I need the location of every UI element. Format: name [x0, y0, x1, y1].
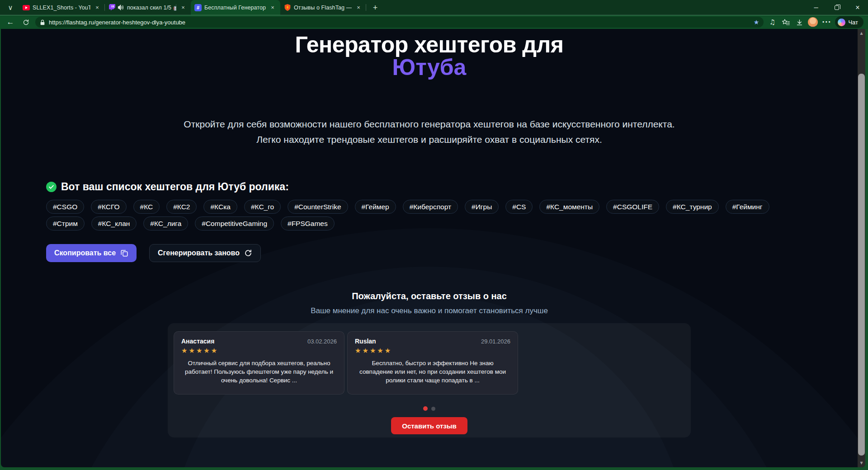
hashtag-chip[interactable]: #Игры	[465, 200, 499, 214]
tab-title: Отзывы о FlashTag — рейтинг | S	[294, 5, 352, 11]
profile-avatar[interactable]	[808, 17, 818, 27]
back-button[interactable]: ←	[5, 17, 16, 28]
media-controls-icon[interactable]: ♫	[767, 17, 777, 27]
tab-audio-icon[interactable]	[118, 5, 124, 10]
results-heading-text: Вот ваш список хештегов для Ютуб ролика:	[61, 181, 289, 193]
webpage: Генератор хештегов для Ютуба Откройте дл…	[1, 29, 858, 467]
review-text: Бесплатно, быстро и эффективно Не знаю с…	[355, 359, 510, 385]
new-tab-button[interactable]: +	[369, 2, 382, 14]
actions-row: Скопировать все Сгенерировать заново	[46, 244, 812, 262]
tab-close-button[interactable]: ×	[269, 4, 277, 12]
scrollbar-thumb[interactable]	[858, 74, 865, 456]
hashtag-chip[interactable]: #КСка	[203, 200, 237, 214]
copy-all-button[interactable]: Скопировать все	[46, 244, 137, 262]
scroll-down-arrow[interactable]: ▼	[858, 459, 865, 467]
review-text: Отличный сервис для подбора хештегов, ре…	[181, 359, 337, 385]
tab-title: Бесплатный Генератор Хештегов	[204, 5, 266, 11]
downloads-icon[interactable]	[794, 17, 804, 27]
hashtag-chip[interactable]: #КС_моменты	[539, 200, 599, 214]
tab-twitch[interactable]: показал скил 1/5 🤖😍 - Twi ×	[105, 0, 191, 15]
browser-viewport: Генератор хештегов для Ютуба Откройте дл…	[1, 29, 865, 467]
review-cards: Анастасия 03.02.2026 ★★★★★ Отличный серв…	[174, 331, 685, 395]
reviewer-name: Анастасия	[181, 338, 214, 345]
close-window-button[interactable]: ×	[847, 0, 868, 15]
favorite-star-icon[interactable]: ★	[754, 19, 760, 26]
tab-title: показал скил 1/5 🤖😍 - Twi	[127, 4, 176, 11]
hashtag-chip[interactable]: #КС	[133, 200, 160, 214]
hashtag-chip[interactable]: #FPSGames	[281, 216, 335, 230]
youtube-favicon-icon	[23, 4, 30, 11]
copy-all-label: Скопировать все	[54, 249, 116, 257]
address-bar[interactable]: https://flashtag.ru/generator-heshtegov-…	[35, 17, 764, 28]
tab-close-button[interactable]: ×	[179, 4, 187, 12]
regenerate-button[interactable]: Сгенерировать заново	[149, 244, 261, 262]
tab-search-button[interactable]: ∨	[4, 2, 17, 14]
regenerate-label: Сгенерировать заново	[158, 249, 240, 257]
shield-favicon-icon	[284, 4, 291, 11]
star-rating: ★★★★★	[355, 347, 510, 355]
page-scrollbar[interactable]: ▲ ▼	[858, 29, 865, 467]
tab-strip: ∨ SLLEX1_Shorts - YouTube × показал скил…	[0, 0, 868, 15]
tab-flashtag-reviews[interactable]: Отзывы о FlashTag — рейтинг | S ×	[280, 0, 366, 15]
reviews-heading: Пожалуйста, оставьте отзыв о нас	[1, 291, 858, 301]
hashtag-chip[interactable]: #Стрим	[46, 216, 85, 230]
reviews-subheading: Ваше мнение для нас очень важно и помога…	[262, 305, 597, 316]
copilot-chat-button[interactable]: Чат	[835, 16, 863, 28]
review-card-header: Анастасия 03.02.2026	[181, 338, 337, 345]
restore-button[interactable]	[826, 0, 847, 15]
cta-row: Оставить отзыв	[174, 417, 685, 434]
tab-title: SLLEX1_Shorts - YouTube	[33, 5, 90, 11]
carousel-dot[interactable]	[431, 407, 435, 411]
review-date: 03.02.2026	[307, 338, 337, 345]
copilot-icon	[838, 19, 845, 26]
star-rating: ★★★★★	[181, 347, 337, 355]
page-title-line1: Генератор хештегов для	[1, 33, 858, 56]
collections-icon[interactable]	[781, 17, 791, 27]
refresh-button[interactable]	[20, 17, 32, 28]
hashtag-chip[interactable]: #КСГО	[91, 200, 126, 214]
review-card: Ruslan 29.01.2026 ★★★★★ Бесплатно, быстр…	[347, 331, 518, 395]
hashtag-list: #CSGO #КСГО #КС #КС2 #КСка #КС_го #Count…	[46, 200, 812, 230]
hashtag-chip[interactable]: #КС_лига	[143, 216, 188, 230]
tab-close-button[interactable]: ×	[93, 4, 101, 12]
twitch-favicon-icon	[108, 4, 116, 11]
review-date: 29.01.2026	[481, 338, 510, 345]
leave-review-button[interactable]: Оставить отзыв	[391, 417, 467, 434]
url-text[interactable]: https://flashtag.ru/generator-heshtegov-…	[49, 19, 750, 26]
hashtag-chip[interactable]: #КС2	[166, 200, 197, 214]
restore-icon	[835, 5, 839, 10]
page-description: Откройте для себя возможности нашего бес…	[1, 117, 858, 147]
window-controls: ─ ×	[806, 0, 868, 15]
hashtag-chip[interactable]: #КС_турнир	[666, 200, 719, 214]
scroll-up-arrow[interactable]: ▲	[858, 29, 865, 37]
copilot-label: Чат	[848, 19, 858, 26]
tab-close-button[interactable]: ×	[354, 4, 363, 12]
browser-toolbar: ← https://flashtag.ru/generator-heshtego…	[0, 15, 868, 29]
tab-hashtag-generator[interactable]: # Бесплатный Генератор Хештегов ×	[191, 0, 280, 15]
reviewer-name: Ruslan	[355, 338, 376, 345]
hashtag-chip[interactable]: #CompetitiveGaming	[195, 216, 274, 230]
hashtag-chip[interactable]: #CS	[505, 200, 533, 214]
carousel-dot-active[interactable]	[423, 406, 428, 411]
description-line2: Легко находите трендовые хештегов и расш…	[1, 132, 858, 147]
settings-more-icon[interactable]: ···	[821, 17, 831, 27]
lock-icon	[40, 19, 45, 25]
hashtag-chip[interactable]: #CounterStrike	[288, 200, 348, 214]
review-card: Анастасия 03.02.2026 ★★★★★ Отличный серв…	[174, 331, 344, 395]
minimize-button[interactable]: ─	[806, 0, 826, 15]
review-card-header: Ruslan 29.01.2026	[355, 338, 510, 345]
description-line1: Откройте для себя возможности нашего бес…	[1, 117, 858, 132]
results-section: Вот ваш список хештегов для Ютуб ролика:…	[46, 181, 812, 262]
hashtag-chip[interactable]: #Гейминг	[726, 200, 769, 214]
tab-youtube[interactable]: SLLEX1_Shorts - YouTube ×	[19, 0, 105, 15]
hashtag-chip[interactable]: #CSGO	[46, 200, 84, 214]
hashtag-chip[interactable]: #КС_клан	[91, 216, 137, 230]
page-title-line2: Ютуба	[1, 56, 858, 79]
hashtag-chip[interactable]: #Геймер	[355, 200, 396, 214]
hashtag-chip[interactable]: #Киберспорт	[403, 200, 458, 214]
reviews-panel: Анастасия 03.02.2026 ★★★★★ Отличный серв…	[168, 323, 691, 437]
hashtag-chip[interactable]: #КС_го	[244, 200, 281, 214]
tab-separator	[366, 4, 366, 11]
hashtag-favicon-icon: #	[194, 4, 202, 11]
hashtag-chip[interactable]: #CSGOLIFE	[606, 200, 659, 214]
